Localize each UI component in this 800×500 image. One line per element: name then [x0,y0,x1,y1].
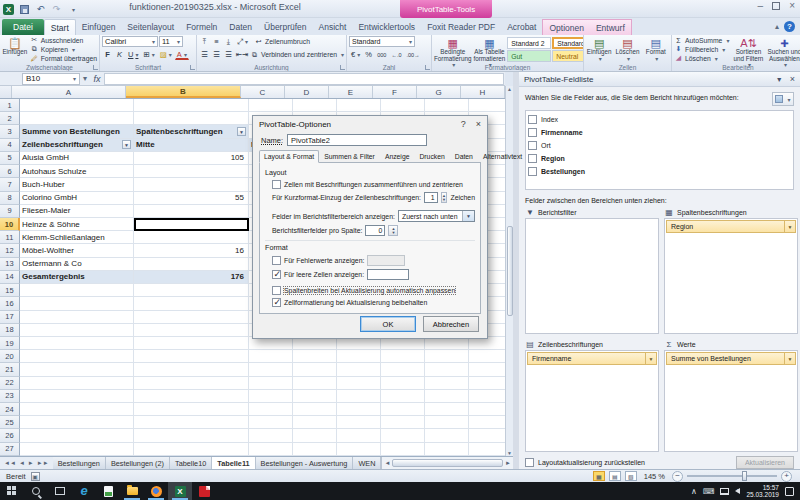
column-labels-area[interactable]: Region▼ [664,218,798,334]
page-layout-view-icon[interactable]: ▤ [609,471,621,481]
ribbon-tab[interactable]: Entwicklertools [352,19,421,35]
column-header[interactable]: D [285,86,329,98]
normal-view-icon[interactable]: ▦ [593,471,605,481]
formula-input[interactable] [104,73,504,85]
cells-rest[interactable] [249,99,505,112]
row-header[interactable]: 27 [0,443,20,456]
row-header[interactable]: 19 [0,337,20,350]
row-header[interactable]: 16 [0,297,20,310]
column-header[interactable]: A [12,86,126,98]
file-explorer-button[interactable] [120,482,144,500]
cell-a[interactable]: Summe von Bestellungen [20,125,134,138]
row-header[interactable]: 5 [0,152,20,165]
ribbon-tab[interactable]: Seitenlayout [121,19,180,35]
cell-b[interactable] [134,324,249,337]
vertical-scroll-thumb[interactable] [507,226,513,316]
sheet-tab[interactable]: Tabelle11 [212,457,255,469]
cell-b[interactable] [134,99,249,112]
underline-button[interactable]: U [126,49,140,60]
cell-b[interactable] [134,363,249,376]
defer-layout-checkbox[interactable] [525,458,534,467]
cell-a[interactable]: Zeilenbeschriftungen▼ [20,139,134,152]
dialog-tab[interactable]: Daten [450,150,478,163]
style-swatch[interactable]: Gut [507,50,551,62]
horizontal-scroll-thumb[interactable] [392,459,503,467]
ok-button[interactable]: OK [360,316,416,332]
cell-a[interactable]: Fliesen-Maier [20,205,134,218]
name-box-dropdown-icon[interactable] [71,74,76,83]
align-middle-icon[interactable]: ≡ [211,36,222,47]
start-button[interactable] [0,482,24,500]
row-labels-area[interactable]: Firmenname▼ [525,350,659,452]
column-header[interactable]: H [461,86,505,98]
cell-b[interactable] [134,416,249,429]
field-list-item[interactable]: Firmenname [528,126,791,139]
dialog-tab[interactable]: Alternativtext [478,150,527,163]
row-header[interactable]: 1 [0,99,20,112]
cell-b[interactable] [134,443,249,456]
find-select-button[interactable]: 🞦Suchen und Auswählen [767,36,800,62]
wrap-text-button[interactable]: ↩Zeilenumbruch [254,38,310,46]
task-view-button[interactable] [48,482,72,500]
dialog-launcher-icon[interactable] [93,65,98,70]
pane-close-icon[interactable]: × [790,74,795,84]
cell-b[interactable] [134,218,249,231]
macro-record-icon[interactable]: ▣ [31,472,40,481]
cell-a[interactable] [20,429,134,442]
last-sheet-icon[interactable]: ►► [37,460,49,466]
row-header[interactable]: 2 [0,112,20,125]
align-left-icon[interactable]: ☰ [199,49,210,60]
zoom-level[interactable]: 145 % [644,472,665,481]
increase-decimal-icon[interactable]: ←.0 [389,49,403,60]
zoom-in-icon[interactable]: + [781,471,792,482]
row-header[interactable]: 7 [0,178,20,191]
area-field[interactable]: Summe von Bestellungen▼ [666,352,796,365]
dialog-close-icon[interactable]: × [476,119,481,129]
cell-a[interactable]: Autohaus Schulze [20,165,134,178]
field-list-item[interactable]: Region [528,152,791,165]
indent-spinner[interactable]: ▲▼ [441,192,448,203]
cell-b[interactable] [134,403,249,416]
tab-datei[interactable]: Datei [2,19,44,35]
zoom-slider-thumb[interactable] [742,471,747,481]
empty-cells-checkbox[interactable] [272,270,281,279]
style-swatch[interactable]: Standard 2 [507,37,551,49]
style-swatch[interactable]: Neutral [552,50,584,62]
row-header[interactable]: 23 [0,390,20,403]
minimize-icon[interactable]: – [758,1,764,11]
ribbon-tab[interactable]: Acrobat [501,19,542,35]
zoom-slider[interactable] [687,475,777,477]
paste-button[interactable]: 📋Einfügen [2,36,28,62]
italic-button[interactable]: K [114,49,125,60]
report-filter-order-select[interactable]: Zuerst nach unten▼ [398,210,475,222]
field-checkbox[interactable] [528,115,537,124]
notification-center-icon[interactable] [785,487,794,496]
field-list-item[interactable]: Ort [528,139,791,152]
orientation-icon[interactable]: ⤢ [235,36,250,47]
cell-b[interactable] [134,231,249,244]
scroll-right-icon[interactable]: ► [505,460,511,466]
cell-a[interactable] [20,377,134,390]
sheet-tab[interactable]: Bestellungen - Auswertung [256,457,354,469]
cell-b[interactable] [134,311,249,324]
cell-a[interactable]: Gesamtergebnis [20,271,134,284]
row-header[interactable]: 10 [0,218,20,231]
cells-rest[interactable] [249,363,505,376]
tray-expand-icon[interactable]: ∧ [691,487,697,496]
merge-labels-checkbox[interactable] [272,180,281,189]
cell-b[interactable] [134,112,249,125]
cell-a[interactable] [20,337,134,350]
style-swatch[interactable]: Standard [552,37,584,49]
row-header[interactable]: 6 [0,165,20,178]
merge-center-button[interactable]: ⧉Verbinden und zentrieren [250,51,344,59]
first-sheet-icon[interactable]: ◄◄ [4,460,16,466]
field-dropdown-icon[interactable]: ▼ [784,353,795,364]
error-values-checkbox[interactable] [272,256,281,265]
excel-taskbar-button[interactable]: X [168,482,192,500]
area-field[interactable]: Region▼ [666,220,796,233]
clear-button[interactable]: ◢Löschen [674,54,729,62]
cells-rest[interactable] [249,350,505,363]
volume-muted-icon[interactable] [735,488,740,494]
sheet-tab[interactable]: WEN [353,457,381,469]
foxit-button[interactable] [192,482,216,500]
